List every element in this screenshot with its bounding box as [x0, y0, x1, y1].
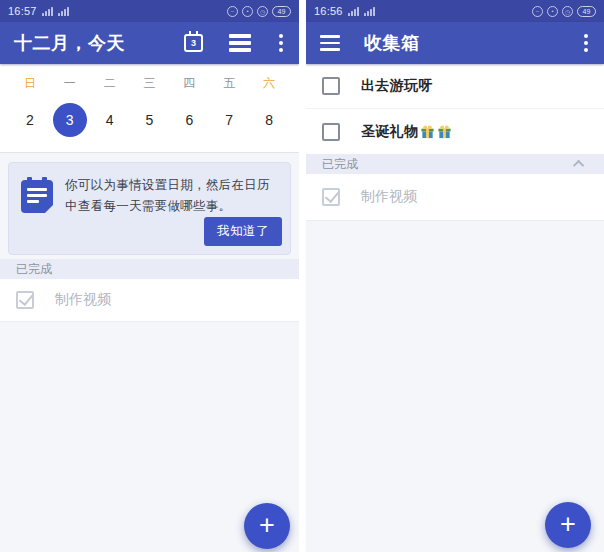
- page-title[interactable]: 十二月，今天: [14, 31, 125, 55]
- task-title: 出去游玩呀: [361, 77, 433, 95]
- screen-calendar-today: 16:57 – • ◷ 49 十二月，今天 3 日 一 二 三 四 五 六: [0, 0, 299, 552]
- checkbox-checked-icon[interactable]: [16, 291, 34, 309]
- plus-icon: +: [560, 511, 576, 538]
- task-row[interactable]: 圣诞礼物: [306, 109, 604, 154]
- date-cell[interactable]: 8: [249, 100, 289, 140]
- chevron-up-icon[interactable]: [573, 160, 584, 171]
- weekday-label: 六: [249, 72, 289, 94]
- weekday-label: 三: [130, 72, 170, 94]
- page-title: 收集箱: [364, 31, 420, 55]
- hamburger-menu-icon[interactable]: [320, 35, 340, 51]
- clock-time: 16:56: [314, 5, 343, 17]
- calendar-day-number: 3: [191, 38, 196, 48]
- weekday-label: 五: [209, 72, 249, 94]
- do-not-disturb-icon: –: [532, 6, 543, 17]
- agenda-view-icon[interactable]: [229, 34, 251, 52]
- clock-icon: ◷: [257, 6, 268, 17]
- completed-section-label: 已完成: [322, 156, 358, 173]
- date-cell[interactable]: 6: [169, 100, 209, 140]
- tip-card: 你可以为事情设置日期，然后在日历中查看每一天需要做哪些事。 我知道了: [8, 162, 291, 255]
- date-cell[interactable]: 4: [90, 100, 130, 140]
- tip-text: 你可以为事情设置日期，然后在日历中查看每一天需要做哪些事。: [65, 175, 278, 216]
- date-cell[interactable]: 2: [10, 100, 50, 140]
- checkbox-checked-icon[interactable]: [322, 188, 340, 206]
- task-row[interactable]: 制作视频: [0, 279, 299, 321]
- clock-time: 16:57: [8, 5, 37, 17]
- battery-icon: 49: [272, 6, 291, 17]
- toolbar: 十二月，今天 3: [0, 22, 299, 64]
- checkbox-unchecked-icon[interactable]: [322, 77, 340, 95]
- signal-icon: [364, 7, 375, 16]
- status-bar: 16:57 – • ◷ 49: [0, 0, 299, 22]
- battery-icon: 49: [577, 6, 596, 17]
- date-cell[interactable]: 7: [209, 100, 249, 140]
- date-cell-selected[interactable]: 3: [50, 100, 90, 140]
- task-row[interactable]: 出去游玩呀: [306, 64, 604, 109]
- alarm-icon: •: [547, 6, 558, 17]
- task-row[interactable]: 制作视频: [306, 174, 604, 220]
- weekday-label: 日: [10, 72, 50, 94]
- completed-section-header[interactable]: 已完成: [0, 259, 299, 279]
- completed-section-header[interactable]: 已完成: [306, 154, 604, 174]
- clock-icon: ◷: [562, 6, 573, 17]
- add-task-fab[interactable]: +: [244, 503, 290, 549]
- weekday-label: 四: [169, 72, 209, 94]
- add-task-fab[interactable]: +: [545, 502, 591, 548]
- checkbox-unchecked-icon[interactable]: [322, 123, 340, 141]
- toolbar: 收集箱: [306, 22, 604, 64]
- week-strip: 日 一 二 三 四 五 六 2 3 4 5 6 7 8: [0, 64, 299, 153]
- weekday-label: 一: [50, 72, 90, 94]
- status-bar: 16:56 – • ◷ 49: [306, 0, 604, 22]
- signal-icon: [42, 7, 53, 16]
- gift-emoji-icon: [437, 124, 452, 139]
- note-clipboard-icon: [21, 177, 53, 213]
- weekday-label: 二: [90, 72, 130, 94]
- calendar-day-icon[interactable]: 3: [184, 34, 203, 52]
- do-not-disturb-icon: –: [227, 6, 238, 17]
- task-title: 制作视频: [361, 188, 417, 206]
- overflow-menu-icon[interactable]: [277, 32, 285, 54]
- signal-icon: [348, 7, 359, 16]
- signal-icon: [58, 7, 69, 16]
- plus-icon: +: [259, 512, 275, 539]
- screen-inbox: 16:56 – • ◷ 49 收集箱 出去游玩呀 圣诞礼物: [306, 0, 604, 552]
- gift-emoji-icon: [420, 124, 435, 139]
- task-title: 制作视频: [55, 291, 111, 309]
- date-cell[interactable]: 5: [130, 100, 170, 140]
- got-it-button[interactable]: 我知道了: [204, 217, 282, 246]
- overflow-menu-icon[interactable]: [582, 32, 590, 54]
- completed-section-label: 已完成: [16, 261, 52, 278]
- alarm-icon: •: [242, 6, 253, 17]
- task-title: 圣诞礼物: [361, 123, 452, 141]
